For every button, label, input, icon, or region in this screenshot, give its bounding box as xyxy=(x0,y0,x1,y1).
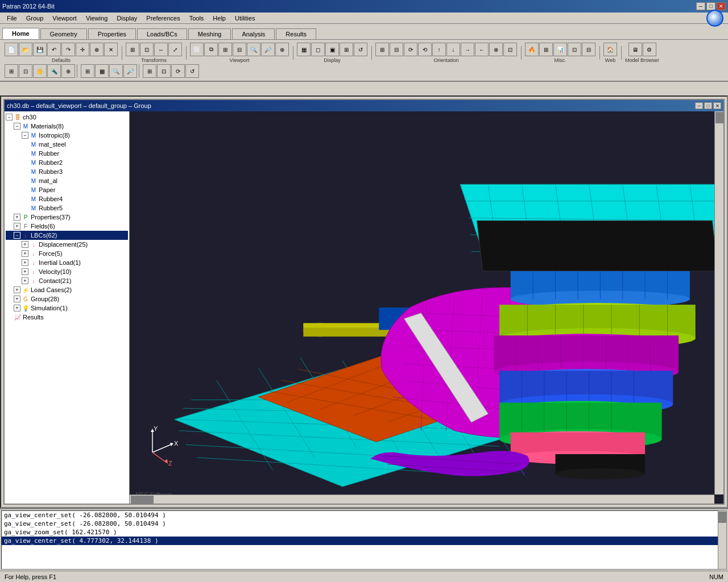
tb2-13[interactable]: ↺ xyxy=(185,64,199,78)
tb-mb1[interactable]: 🖥 xyxy=(628,43,642,56)
expand-materials[interactable]: − xyxy=(14,123,20,130)
tb-o8[interactable]: ← xyxy=(475,43,489,56)
tb-v1[interactable]: ⬜ xyxy=(190,43,204,56)
tb2-8[interactable]: 🔍 xyxy=(109,64,123,78)
tb-save[interactable]: 💾 xyxy=(33,43,47,56)
console-scrollbar-thumb[interactable] xyxy=(718,512,726,523)
tb-select[interactable]: ⊕ xyxy=(90,43,104,56)
expand-force[interactable]: + xyxy=(22,250,28,257)
tb-t2[interactable]: ⊡ xyxy=(140,43,154,56)
tree-item-group[interactable]: + G Group(28) xyxy=(6,294,128,304)
tb-d2[interactable]: ◻ xyxy=(311,43,325,56)
tree-item-rubber5[interactable]: M Rubber5 xyxy=(6,203,128,213)
tree-panel[interactable]: − 🗄 ch30 − M Materials(8) − M Isotropic(… xyxy=(5,111,130,504)
tb-v2[interactable]: ⧉ xyxy=(204,43,218,56)
tb-o2[interactable]: ⊟ xyxy=(390,43,403,56)
scrollbar-thumb-h[interactable] xyxy=(131,496,154,504)
tb-redo[interactable]: ↷ xyxy=(61,43,75,56)
tab-properties[interactable]: Properties xyxy=(88,28,136,39)
tree-item-rubber4[interactable]: M Rubber4 xyxy=(6,194,128,203)
menu-viewing[interactable]: Viewing xyxy=(81,14,112,23)
tree-item-simulation[interactable]: + 💡 Simulation(1) xyxy=(6,304,128,313)
tb2-12[interactable]: ⟳ xyxy=(171,64,185,78)
tb-m4[interactable]: ⊡ xyxy=(568,43,581,56)
tree-item-displacement[interactable]: + ↓ Displacement(25) xyxy=(6,240,128,249)
tb-undo[interactable]: ↶ xyxy=(47,43,61,56)
tb-open[interactable]: 📂 xyxy=(19,43,32,56)
tree-item-contact[interactable]: + ↓ Contact(21) xyxy=(6,276,128,285)
tb-deselect[interactable]: ✕ xyxy=(104,43,118,56)
tree-item-mat-steel[interactable]: M mat_steel xyxy=(6,140,128,149)
tb2-11[interactable]: ⊡ xyxy=(157,64,171,78)
menu-preferences[interactable]: Preferences xyxy=(142,14,184,23)
tab-analysis[interactable]: Analysis xyxy=(232,28,275,39)
tb2-1[interactable]: ⊞ xyxy=(5,64,18,78)
tree-item-results[interactable]: 📈 Results xyxy=(6,313,128,322)
menu-help[interactable]: Help xyxy=(208,14,230,23)
expand-velocity[interactable]: + xyxy=(22,268,28,275)
tree-item-ch30[interactable]: − 🗄 ch30 xyxy=(6,113,128,122)
tb-o3[interactable]: ⟳ xyxy=(404,43,417,56)
tb-v3[interactable]: ⊞ xyxy=(218,43,232,56)
expand-group[interactable]: + xyxy=(14,296,20,302)
inner-minimize[interactable]: ─ xyxy=(695,102,703,109)
tb-o9[interactable]: ⊕ xyxy=(489,43,503,56)
tb2-7[interactable]: ▦ xyxy=(95,64,109,78)
tb-d3[interactable]: ▣ xyxy=(325,43,339,56)
tb-o6[interactable]: ↓ xyxy=(446,43,460,56)
viewport-3d[interactable]: Y X Z MSC Software xyxy=(130,111,723,504)
console-scrollbar[interactable] xyxy=(718,510,727,569)
tree-item-materials[interactable]: − M Materials(8) xyxy=(6,122,128,131)
tree-item-mat-al[interactable]: M mat_al xyxy=(6,176,128,185)
tb2-3[interactable]: 🖐 xyxy=(33,64,47,78)
scrollbar-thumb-v[interactable] xyxy=(715,112,723,123)
tb-cursor[interactable]: ✛ xyxy=(76,43,89,56)
tb2-5[interactable]: ⊕ xyxy=(61,64,75,78)
viewport-scrollbar-h[interactable] xyxy=(130,494,714,504)
tree-item-force[interactable]: + ↓ Force(5) xyxy=(6,249,128,258)
tb-o1[interactable]: ⊞ xyxy=(375,43,389,56)
tab-home[interactable]: Home xyxy=(2,28,39,39)
menu-tools[interactable]: Tools xyxy=(185,14,209,23)
expand-contact[interactable]: + xyxy=(22,277,28,284)
tb-o7[interactable]: → xyxy=(461,43,474,56)
tree-item-isotropic[interactable]: − M Isotropic(8) xyxy=(6,131,128,140)
tb-m2[interactable]: ⊞ xyxy=(539,43,553,56)
tree-item-inertial[interactable]: + ↓ Inertial Load(1) xyxy=(6,258,128,267)
viewport-scrollbar-v[interactable] xyxy=(714,111,723,494)
expand-isotropic[interactable]: − xyxy=(22,132,28,139)
tb-d5[interactable]: ↺ xyxy=(354,43,367,56)
tb-o4[interactable]: ⟲ xyxy=(418,43,432,56)
tab-loads-bcs[interactable]: Loads/BCs xyxy=(137,28,187,39)
tb-o10[interactable]: ⊡ xyxy=(503,43,517,56)
menu-display[interactable]: Display xyxy=(112,14,142,23)
tb-v5[interactable]: 🔍 xyxy=(247,43,260,56)
tab-meshing[interactable]: Meshing xyxy=(188,28,231,39)
menu-utilities[interactable]: Utilities xyxy=(230,14,259,23)
tb2-2[interactable]: ⊡ xyxy=(19,64,32,78)
expand-lbcs[interactable]: − xyxy=(14,232,20,239)
tb-new[interactable]: 📄 xyxy=(5,43,18,56)
expand-ch30[interactable]: − xyxy=(6,114,13,120)
tb2-9[interactable]: 🔎 xyxy=(123,64,137,78)
tb-m5[interactable]: ⊟ xyxy=(582,43,595,56)
tb-m3[interactable]: 📊 xyxy=(553,43,567,56)
expand-fields[interactable]: + xyxy=(14,223,20,230)
expand-properties[interactable]: + xyxy=(14,214,20,221)
inner-maximize[interactable]: □ xyxy=(704,102,712,109)
tb-t4[interactable]: ⤢ xyxy=(168,43,182,56)
tb-o5[interactable]: ↑ xyxy=(432,43,446,56)
tree-item-properties[interactable]: + P Properties(37) xyxy=(6,213,128,222)
tree-item-paper[interactable]: M Paper xyxy=(6,185,128,194)
menu-file[interactable]: File xyxy=(2,14,22,23)
tree-item-lbcs[interactable]: − ↓ LBCs(62) xyxy=(6,231,128,240)
tab-geometry[interactable]: Geometry xyxy=(40,28,87,39)
tree-item-rubber2[interactable]: M Rubber2 xyxy=(6,158,128,167)
tb-d4[interactable]: ⊞ xyxy=(340,43,353,56)
tb2-10[interactable]: ⊞ xyxy=(143,64,156,78)
tree-item-rubber[interactable]: M Rubber xyxy=(6,149,128,158)
tree-item-velocity[interactable]: + ↓ Velocity(10) xyxy=(6,267,128,276)
tb-web[interactable]: 🏠 xyxy=(603,43,617,56)
expand-simulation[interactable]: + xyxy=(14,305,20,311)
tb-d1[interactable]: ▦ xyxy=(297,43,311,56)
